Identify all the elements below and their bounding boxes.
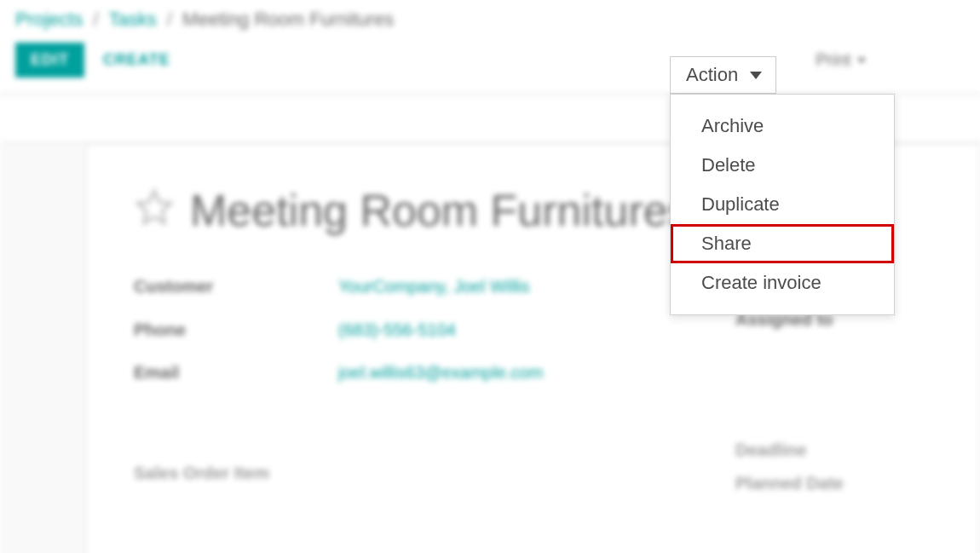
email-value[interactable]: joel.willis63@example.com [338,363,735,393]
control-bar: EDIT CREATE Print Action [0,37,980,94]
action-create-invoice[interactable]: Create invoice [671,263,894,302]
phone-value[interactable]: (683)-556-5104 [338,320,735,350]
breadcrumb-sep-icon: / [167,9,172,30]
action-dropdown-menu: Archive Delete Duplicate Share Create in… [670,94,895,315]
action-share[interactable]: Share [671,224,894,263]
sales-order-item-label: Sales Order Item [134,464,338,493]
action-button[interactable]: Action [670,56,776,94]
action-archive[interactable]: Archive [671,107,894,146]
breadcrumb-sep-icon: / [94,9,99,30]
edit-button[interactable]: EDIT [15,43,84,78]
caret-down-icon [750,72,762,79]
planned-date-label: Planned Date [735,474,931,493]
action-delete[interactable]: Delete [671,146,894,185]
action-label: Action [686,64,738,86]
record-title: Meeting Room Furnitures [190,185,690,236]
breadcrumb-projects[interactable]: Projects [15,9,83,30]
breadcrumb-tasks[interactable]: Tasks [108,9,156,30]
svg-marker-0 [137,191,170,223]
print-label: Print [816,50,850,70]
print-button[interactable]: Print [804,43,878,77]
breadcrumb-current: Meeting Room Furnitures [182,9,394,30]
deadline-label: Deadline [735,441,931,460]
phone-label: Phone [134,320,338,350]
create-button[interactable]: CREATE [103,51,170,69]
star-icon[interactable] [134,187,175,234]
breadcrumb: Projects / Tasks / Meeting Room Furnitur… [0,0,980,37]
customer-label: Customer [134,277,338,307]
email-label: Email [134,363,338,393]
caret-down-icon [857,58,866,63]
action-duplicate[interactable]: Duplicate [671,185,894,224]
